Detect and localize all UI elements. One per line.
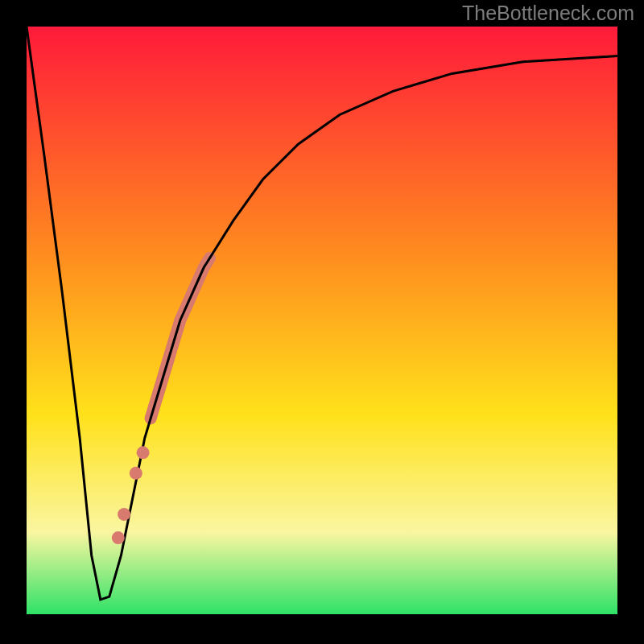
- scatter-dot: [137, 446, 150, 459]
- scatter-dot: [112, 531, 125, 544]
- plot-background: [27, 27, 617, 614]
- scatter-dot: [130, 467, 142, 480]
- scatter-dot: [118, 508, 130, 521]
- watermark-text: TheBottleneck.com: [462, 2, 634, 25]
- chart-canvas: TheBottleneck.com: [0, 0, 644, 644]
- plot-area: [27, 27, 617, 614]
- chart-svg: [0, 0, 644, 644]
